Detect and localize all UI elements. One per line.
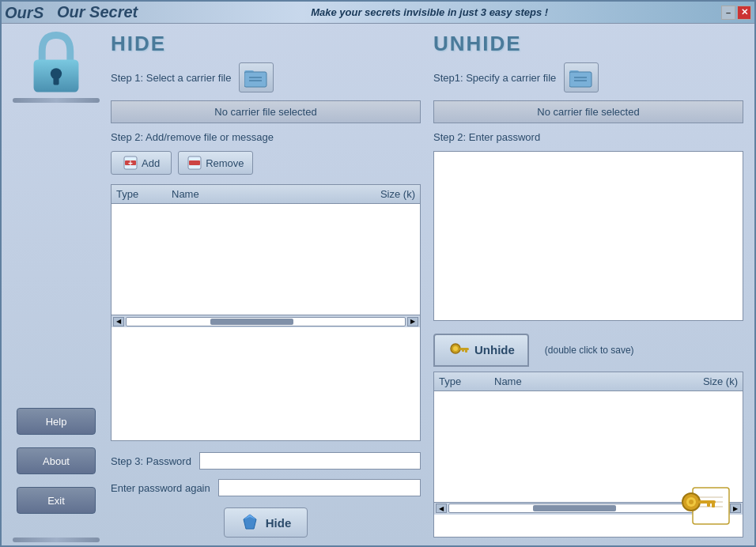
unhide-scrollbar-thumb [533, 505, 617, 511]
unhide-btn-label: Unhide [474, 343, 515, 356]
hide-step2-label: Step 2: Add/remove file or message [111, 131, 274, 143]
content-area: HIDE Step 1: Select a carrier file [111, 24, 754, 545]
hide-scrollbar-thumb [210, 319, 294, 325]
gem-icon [240, 513, 259, 532]
hide-scrollbar-row: ◀ ▶ [112, 315, 420, 327]
title-bar-left: Our S Our Secret [5, 3, 138, 22]
unhide-col-type: Type [439, 375, 494, 387]
add-remove-row: + Add Remove [111, 151, 421, 175]
remove-label: Remove [206, 157, 244, 169]
hide-folder-icon [244, 67, 268, 88]
unhide-keys-icon [448, 339, 470, 361]
hide-step2-row: Step 2: Add/remove file or message [111, 131, 421, 143]
sidebar-top-separator [13, 98, 100, 103]
hide-scroll-right[interactable]: ▶ [407, 317, 418, 326]
title-bar: Our S Our Secret Make your secrets invis… [2, 2, 754, 24]
unhide-scroll-left[interactable]: ◀ [436, 504, 447, 513]
hide-scrollbar[interactable] [126, 317, 406, 326]
hide-col-type: Type [116, 188, 172, 200]
app-logo-icon: Our S [5, 3, 52, 22]
unhide-folder-icon [569, 67, 593, 88]
sidebar-bottom-separator [13, 538, 100, 542]
hide-action-button[interactable]: Hide [224, 507, 308, 538]
hide-action-row: Hide [111, 507, 421, 538]
hide-step1-label: Step 1: Select a carrier file [111, 72, 231, 84]
unhide-step2-row: Step 2: Enter password [433, 131, 743, 143]
main-window: Our S Our Secret Make your secrets invis… [0, 0, 756, 547]
unhide-panel: UNHIDE Step1: Specify a carrier file [433, 32, 743, 538]
hide-table-header: Type Name Size (k) [112, 185, 420, 204]
svg-rect-4 [53, 77, 59, 85]
svg-rect-14 [189, 160, 200, 165]
hide-table-body [112, 204, 420, 315]
hide-browse-button[interactable] [239, 62, 274, 92]
about-button[interactable]: About [17, 447, 96, 474]
double-click-note: (double click to save) [545, 345, 634, 356]
hide-col-name: Name [172, 188, 360, 200]
unhide-action-button[interactable]: Unhide [433, 334, 529, 367]
lock-icon [25, 32, 88, 95]
hide-scroll-left[interactable]: ◀ [113, 317, 124, 326]
unhide-browse-button[interactable] [564, 62, 599, 92]
close-button[interactable]: ✕ [737, 6, 751, 20]
exit-button[interactable]: Exit [17, 487, 96, 514]
minimize-button[interactable]: – [721, 6, 735, 20]
svg-text:S: S [33, 4, 44, 21]
svg-rect-37 [707, 503, 710, 507]
svg-text:Our: Our [5, 4, 34, 21]
hide-col-size: Size (k) [360, 188, 415, 200]
unhide-step2-label: Step 2: Enter password [433, 131, 540, 143]
hide-confirm-label: Enter password again [111, 482, 210, 494]
svg-rect-19 [569, 70, 579, 75]
title-bar-controls: – ✕ [721, 6, 751, 20]
hide-step3-label: Step 3: Password [111, 455, 191, 467]
unhide-password-input[interactable] [433, 151, 743, 321]
window-tagline: Make your secrets invisible in just 3 ea… [138, 6, 721, 18]
big-key-icon [677, 480, 732, 527]
help-button[interactable]: Help [17, 408, 96, 435]
hide-title: HIDE [111, 32, 421, 56]
unhide-action-row: Unhide (double click to save) [433, 334, 743, 367]
svg-point-24 [453, 346, 458, 351]
key-icon-area [677, 480, 732, 530]
app-name: Our Secret [57, 3, 138, 21]
hide-panel: HIDE Step 1: Select a carrier file [111, 32, 421, 538]
unhide-col-size: Size (k) [682, 375, 738, 387]
svg-text:+: + [128, 159, 133, 168]
svg-rect-27 [462, 349, 464, 352]
remove-button[interactable]: Remove [178, 151, 252, 175]
sidebar-middle: Help About Exit [17, 408, 96, 520]
unhide-no-file-label: No carrier file selected [433, 100, 743, 123]
hide-confirm-row: Enter password again [111, 479, 421, 496]
unhide-step1-label: Step1: Specify a carrier file [433, 72, 556, 84]
svg-rect-36 [712, 503, 715, 507]
panels: HIDE Step 1: Select a carrier file [111, 32, 743, 538]
add-button[interactable]: + Add [111, 151, 172, 175]
hide-no-file-label: No carrier file selected [111, 100, 421, 123]
svg-rect-25 [459, 348, 469, 350]
sidebar: Help About Exit [2, 24, 111, 545]
add-icon: + [123, 155, 138, 171]
svg-rect-26 [465, 349, 467, 353]
hide-password-input[interactable] [199, 452, 421, 470]
hide-file-table: Type Name Size (k) ◀ ▶ [111, 184, 421, 441]
unhide-col-name: Name [494, 375, 682, 387]
unhide-table-header: Type Name Size (k) [434, 372, 743, 391]
hide-step3-row: Step 3: Password [111, 452, 421, 470]
unhide-step1-row: Step1: Specify a carrier file [433, 62, 743, 92]
hide-step1-row: Step 1: Select a carrier file [111, 62, 421, 92]
add-label: Add [142, 157, 160, 169]
svg-point-34 [689, 500, 694, 504]
svg-rect-6 [244, 70, 254, 75]
hide-confirm-input[interactable] [218, 479, 421, 496]
main-content: Help About Exit HIDE Step 1: Select a ca… [2, 24, 754, 545]
unhide-title: UNHIDE [433, 32, 743, 56]
hide-btn-label: Hide [266, 516, 292, 530]
remove-icon [187, 155, 202, 171]
